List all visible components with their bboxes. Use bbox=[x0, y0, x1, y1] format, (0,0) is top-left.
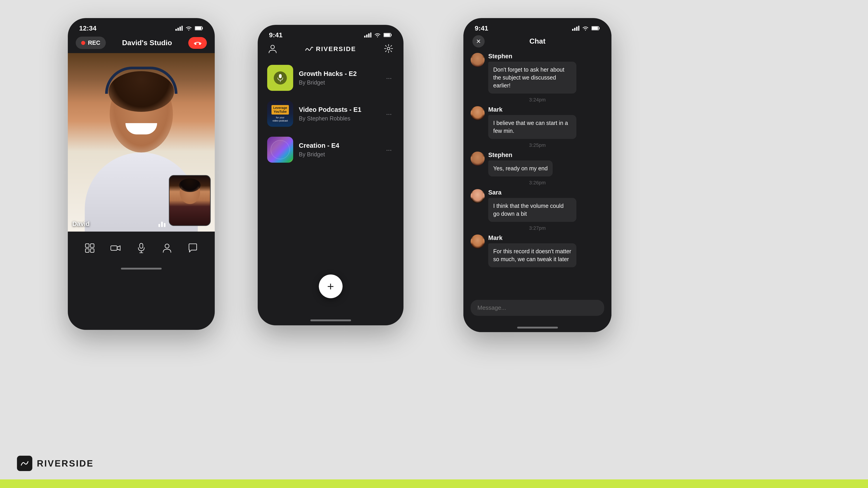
message-4-content: Sara I think that the volume could go do… bbox=[488, 189, 604, 222]
chat-input-area bbox=[463, 296, 612, 325]
message-bubble-3: Yes, ready on my end bbox=[488, 160, 553, 176]
session-1-more-button[interactable]: ··· bbox=[384, 72, 394, 84]
audio-level-bars bbox=[158, 220, 165, 227]
svg-rect-0 bbox=[176, 29, 177, 31]
session-2-thumbnail: LeverageYouTube for yourvideo podcast bbox=[267, 101, 293, 127]
battery-icon-2 bbox=[383, 33, 392, 37]
session-2-info: Video Podcasts - E1 By Stephen Robbles bbox=[299, 106, 378, 122]
profile-nav-button[interactable] bbox=[268, 44, 277, 54]
home-indicator bbox=[68, 265, 215, 273]
phone-2-home-indicator bbox=[310, 320, 351, 321]
phone-2-status-icons bbox=[364, 33, 392, 37]
phone-2-frame: 9:41 bbox=[258, 25, 403, 325]
session-3-info: Creation - E4 By Bridget bbox=[299, 142, 378, 158]
video-camera-icon bbox=[111, 245, 121, 252]
svg-rect-10 bbox=[86, 249, 89, 252]
riverside-wave-icon bbox=[305, 46, 313, 52]
svg-rect-19 bbox=[368, 33, 370, 37]
message-group-3: Stephen Yes, ready on my end bbox=[471, 152, 604, 176]
session-list: Growth Hacks - E2 By Bridget ··· Leverag… bbox=[258, 60, 403, 168]
svg-rect-12 bbox=[111, 246, 117, 250]
session-3-thumbnail bbox=[267, 137, 293, 163]
phone-3-status-bar: 9:41 bbox=[463, 18, 612, 35]
session-1-author: By Bridget bbox=[299, 79, 378, 86]
phone-1-toolbar bbox=[68, 232, 215, 265]
wifi-icon bbox=[185, 26, 192, 31]
message-time-1: 3:24pm bbox=[471, 97, 604, 103]
svg-rect-22 bbox=[384, 34, 390, 37]
participants-button[interactable] bbox=[159, 240, 175, 256]
session-1-info: Growth Hacks - E2 By Bridget bbox=[299, 70, 378, 86]
settings-nav-button[interactable] bbox=[384, 44, 393, 54]
battery-icon bbox=[195, 26, 204, 31]
riverside-logo-icon bbox=[17, 456, 32, 471]
message-group-1: Stephen Don't forget to ask her about th… bbox=[471, 53, 604, 94]
studio-name: David's Studio bbox=[122, 39, 172, 47]
chat-close-button[interactable]: ✕ bbox=[472, 35, 485, 47]
svg-rect-11 bbox=[90, 249, 94, 252]
message-bubble-2: I believe that we can start in a few min… bbox=[488, 115, 577, 139]
svg-rect-32 bbox=[592, 27, 598, 30]
wifi-icon-2 bbox=[374, 33, 381, 37]
wifi-icon-3 bbox=[582, 26, 589, 31]
sara-avatar bbox=[471, 189, 485, 203]
grid-view-button[interactable] bbox=[82, 240, 98, 256]
phone-3-time: 9:41 bbox=[475, 24, 488, 32]
rec-badge[interactable]: REC bbox=[76, 37, 106, 49]
signal-icon-2 bbox=[364, 33, 371, 37]
bottom-accent-bar bbox=[0, 480, 868, 488]
add-session-button[interactable]: + bbox=[319, 274, 342, 298]
svg-point-23 bbox=[271, 45, 274, 49]
david-name-label: David bbox=[72, 220, 90, 228]
phone-2-time: 9:41 bbox=[269, 31, 283, 39]
microphone-icon bbox=[138, 243, 145, 253]
phone-1-frame: 12:34 REC bbox=[68, 18, 215, 330]
message-5-content: Mark For this record it doesn't matter s… bbox=[488, 234, 604, 267]
message-time-4: 3:27pm bbox=[471, 225, 604, 231]
riverside-app-logo: RIVERSIDE bbox=[305, 45, 356, 53]
svg-rect-5 bbox=[195, 27, 202, 30]
video-toggle-button[interactable] bbox=[107, 240, 123, 256]
phone-2-navbar: RIVERSIDE bbox=[258, 41, 403, 60]
session-item-1[interactable]: Growth Hacks - E2 By Bridget ··· bbox=[258, 60, 403, 96]
phone-3-frame: 9:41 ✕ Chat bbox=[463, 18, 612, 332]
add-icon: + bbox=[327, 281, 334, 292]
message-input-wrapper bbox=[471, 300, 604, 316]
svg-rect-1 bbox=[178, 28, 179, 31]
phone-3-home-indicator bbox=[463, 325, 612, 332]
session-2-more-button[interactable]: ··· bbox=[384, 108, 394, 120]
battery-icon-3 bbox=[592, 26, 600, 31]
message-bubble-4: I think that the volume could go down a … bbox=[488, 198, 577, 222]
grid-icon bbox=[85, 243, 94, 253]
session-item-2[interactable]: LeverageYouTube for yourvideo podcast Vi… bbox=[258, 96, 403, 132]
mic-thumb-icon-1 bbox=[277, 74, 283, 82]
message-3-content: Stephen Yes, ready on my end bbox=[488, 152, 604, 176]
session-item-3[interactable]: Creation - E4 By Bridget ··· bbox=[258, 132, 403, 168]
stephen-avatar-1 bbox=[471, 53, 485, 67]
phone-3-status-icons bbox=[572, 26, 600, 31]
video-feed-area: David bbox=[68, 53, 215, 232]
chat-title: Chat bbox=[529, 37, 546, 45]
svg-rect-20 bbox=[370, 33, 371, 37]
session-2-title: Video Podcasts - E1 bbox=[299, 106, 378, 113]
riverside-brand-logo: RIVERSIDE bbox=[17, 456, 94, 471]
svg-rect-9 bbox=[90, 244, 94, 248]
session-1-title: Growth Hacks - E2 bbox=[299, 70, 378, 77]
svg-rect-30 bbox=[578, 26, 579, 31]
message-bubble-1: Don't forget to ask her about the subjec… bbox=[488, 62, 577, 94]
session-3-more-button[interactable]: ··· bbox=[384, 144, 394, 156]
message-input-field[interactable] bbox=[477, 304, 597, 311]
mark-avatar-2 bbox=[471, 234, 485, 249]
svg-rect-25 bbox=[279, 74, 282, 78]
end-call-button[interactable] bbox=[188, 37, 207, 49]
svg-rect-13 bbox=[140, 243, 143, 248]
svg-rect-8 bbox=[86, 244, 89, 248]
phone-hang-up-icon bbox=[194, 41, 202, 45]
svg-rect-18 bbox=[366, 35, 368, 37]
message-group-2: Mark I believe that we can start in a fe… bbox=[471, 106, 604, 139]
sender-name-mark-2: Mark bbox=[488, 234, 604, 241]
message-time-3: 3:26pm bbox=[471, 180, 604, 186]
mic-toggle-button[interactable] bbox=[133, 240, 149, 256]
chat-button[interactable] bbox=[185, 240, 201, 256]
rec-indicator-dot bbox=[81, 41, 85, 45]
